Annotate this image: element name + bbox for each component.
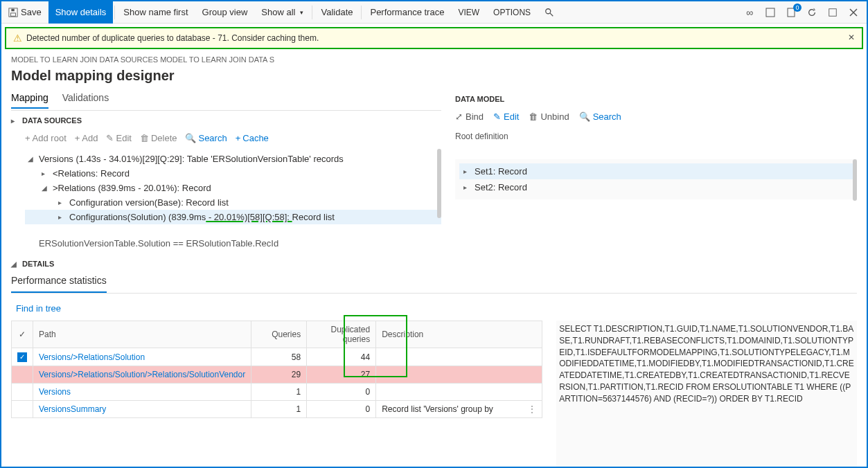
table-row[interactable]: Versions/>Relations/Solution/>Relations/…	[12, 366, 542, 384]
svg-rect-7	[829, 8, 837, 16]
show-name-first-button[interactable]: Show name first	[116, 1, 195, 24]
chevron-right-icon: ▸	[42, 170, 48, 177]
view-menu[interactable]: VIEW	[451, 1, 486, 24]
chevron-down-icon: ◢	[42, 184, 48, 192]
performance-grid: ✓ Path Queries Duplicated queries Descri…	[11, 321, 542, 418]
divider	[361, 6, 362, 19]
chevron-right-icon: ▸	[58, 199, 65, 206]
group-view-button[interactable]: Group view	[195, 1, 255, 24]
search-button[interactable]: 🔍 Search	[579, 111, 621, 122]
col-duplicated-queries[interactable]: Duplicated queries	[307, 321, 376, 348]
find-in-tree-link[interactable]: Find in tree	[11, 294, 61, 321]
warning-icon: ⚠	[13, 33, 22, 44]
divider	[114, 6, 115, 19]
chevron-right-icon: ▸	[463, 168, 470, 175]
add-root-button[interactable]: + Add root	[25, 133, 67, 143]
tab-validations[interactable]: Validations	[62, 89, 109, 109]
svg-line-4	[550, 12, 553, 15]
performance-trace-button[interactable]: Performance trace	[363, 1, 451, 24]
col-queries[interactable]: Queries	[251, 321, 307, 348]
chevron-down-icon: ◢	[11, 260, 18, 268]
tree-item-config-base[interactable]: ▸ Configuration version(Base): Record li…	[25, 195, 441, 210]
col-path[interactable]: Path	[33, 321, 251, 348]
table-row[interactable]: ✓ Versions/>Relations/Solution 58 44	[12, 348, 542, 366]
tree-item-relations-record[interactable]: ▸ <Relations: Record	[25, 166, 441, 181]
toolbar: Save Show details Show name first Group …	[1, 1, 867, 24]
edit-button[interactable]: ✎ Edit	[493, 111, 519, 122]
svg-point-3	[546, 8, 551, 13]
office-icon[interactable]	[764, 6, 777, 19]
notifications-icon[interactable]: 0	[785, 6, 797, 19]
select-all-checkbox[interactable]: ✓	[12, 321, 33, 348]
refresh-icon[interactable]	[806, 6, 818, 19]
tab-mapping[interactable]: Mapping	[11, 89, 48, 109]
data-sources-header[interactable]: ▸ DATA SOURCES	[11, 111, 441, 127]
unbind-button[interactable]: 🗑 Unbind	[529, 111, 569, 122]
divider	[312, 6, 312, 19]
cache-button[interactable]: + Cache	[236, 133, 269, 143]
attach-icon[interactable]: ∞	[743, 6, 756, 19]
chevron-right-icon: ▸	[58, 213, 65, 221]
page-title: Model mapping designer	[1, 66, 867, 89]
show-details-button[interactable]: Show details	[48, 1, 114, 24]
search-button[interactable]: 🔍 Search	[185, 133, 227, 143]
save-button[interactable]: Save	[1, 1, 48, 24]
svg-rect-1	[11, 12, 16, 15]
bind-button[interactable]: ⤢ Bind	[455, 111, 484, 122]
breadcrumb: MODEL TO LEARN JOIN DATA SOURCES MODEL T…	[1, 53, 867, 66]
delete-button[interactable]: 🗑 Delete	[140, 133, 177, 143]
tree-item-versions[interactable]: ◢ Versions (1.43s - 34.01%)[29][Q:29]: T…	[25, 152, 441, 166]
show-all-button[interactable]: Show all▾	[254, 1, 310, 24]
add-button[interactable]: + Add	[75, 133, 98, 143]
svg-rect-5	[766, 8, 774, 17]
search-button[interactable]	[538, 1, 561, 24]
tab-performance-statistics[interactable]: Performance statistics	[11, 271, 107, 293]
root-definition-label: Root definition	[455, 127, 857, 145]
col-description[interactable]: Description	[376, 321, 542, 348]
expand-icon[interactable]	[826, 6, 839, 19]
dm-item-set1[interactable]: ▸ Set1: Record	[459, 163, 853, 179]
validate-button[interactable]: Validate	[314, 1, 360, 24]
scrollbar[interactable]	[853, 159, 857, 201]
notification-text: Detected number of duplicate queries to …	[26, 33, 319, 43]
chevron-right-icon: ▸	[463, 183, 470, 191]
sql-query-panel: SELECT T1.DESCRIPTION,T1.GUID,T1.NAME,T1…	[556, 321, 857, 468]
data-model-header: DATA MODEL	[455, 89, 857, 106]
chevron-down-icon: ◢	[28, 155, 35, 163]
svg-rect-2	[11, 8, 14, 11]
expression-text: ERSolutionVersionTable.Solution == ERSol…	[11, 231, 441, 249]
close-notification-button[interactable]: ✕	[848, 33, 855, 42]
table-row[interactable]: Versions 1 0	[12, 384, 542, 401]
tree-item-config-solution[interactable]: ▸ Configurations(Solution) (839.9ms - 20…	[25, 210, 441, 224]
table-row[interactable]: VersionsSummary 1 0 Record list 'Version…	[12, 401, 542, 418]
tree-item-relations[interactable]: ◢ >Relations (839.9ms - 20.01%): Record	[25, 181, 441, 195]
edit-button[interactable]: ✎ Edit	[106, 133, 131, 143]
close-icon[interactable]	[847, 6, 860, 19]
dm-item-set2[interactable]: ▸ Set2: Record	[459, 179, 853, 195]
check-icon: ✓	[17, 352, 27, 362]
warning-notification: ⚠ Detected number of duplicate queries t…	[5, 27, 863, 49]
chevron-right-icon: ▸	[11, 117, 18, 125]
scrollbar[interactable]	[437, 149, 441, 218]
options-menu[interactable]: OPTIONS	[486, 1, 538, 24]
details-header[interactable]: ◢ DETAILS	[11, 254, 857, 271]
